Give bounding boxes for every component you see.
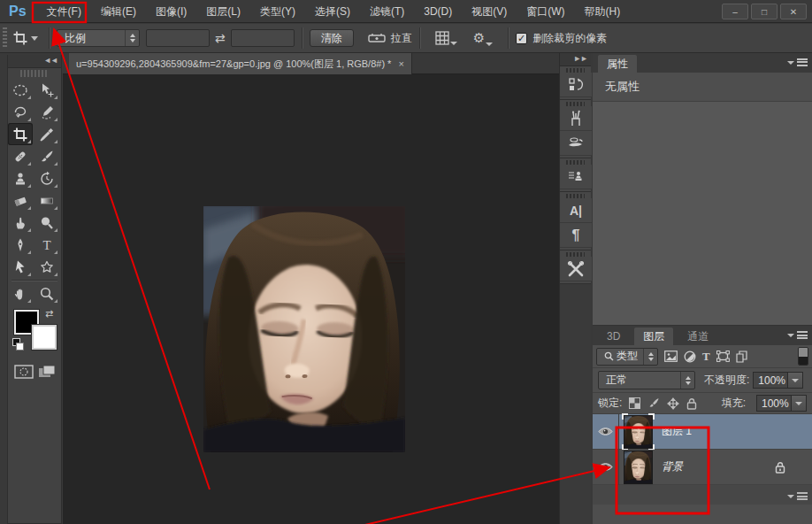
custom-shape-tool-icon[interactable] — [34, 256, 59, 278]
screen-mode-icon[interactable] — [38, 365, 56, 379]
layer1-name[interactable]: 图层 1 — [662, 424, 692, 439]
lock-transparency-icon[interactable] — [629, 397, 640, 409]
tools-panel-grip[interactable] — [20, 70, 49, 77]
swap-colors-icon[interactable]: ⇄ — [45, 308, 53, 320]
eyedropper-tool-icon[interactable] — [34, 123, 59, 145]
history-brush-tool-icon[interactable] — [34, 167, 59, 189]
straighten-label[interactable]: 拉直 — [391, 31, 412, 46]
close-button[interactable]: ✕ — [780, 4, 807, 19]
quick-selection-tool-icon[interactable] — [34, 101, 59, 123]
crop-height-input[interactable] — [231, 29, 295, 47]
history-panel-icon[interactable] — [560, 73, 592, 97]
tab-layers[interactable]: 图层 — [634, 328, 673, 345]
elliptical-marquee-tool-icon[interactable] — [8, 79, 33, 101]
tab-3d[interactable]: 3D — [598, 328, 629, 345]
background-visibility-toggle[interactable] — [593, 450, 619, 485]
delete-cropped-pixels-checkbox[interactable]: ✓ — [516, 33, 527, 44]
background-lock-icon — [775, 461, 785, 474]
tool-presets-panel-icon[interactable] — [560, 257, 592, 281]
canvas-image[interactable] — [203, 206, 405, 452]
menu-help[interactable]: 帮助(H) — [575, 0, 631, 23]
layers-footer-menu-icon[interactable] — [787, 492, 808, 500]
dodge-tool-icon[interactable] — [34, 212, 59, 234]
tools-panel-collapse-icon[interactable]: ◄◄ — [8, 55, 61, 68]
move-tool-icon[interactable] — [34, 79, 59, 101]
character-panel-icon[interactable]: A| — [560, 198, 592, 223]
layer-filter-toggle[interactable] — [798, 347, 808, 366]
menu-edit[interactable]: 编辑(E) — [91, 0, 146, 23]
document-close-icon[interactable]: × — [398, 58, 403, 69]
pen-tool-icon[interactable] — [8, 234, 33, 256]
smudge-tool-icon[interactable] — [8, 212, 33, 234]
blend-mode-select[interactable]: 正常 — [598, 371, 695, 389]
path-selection-tool-icon[interactable] — [8, 256, 33, 278]
menu-file[interactable]: 文件(F) — [37, 0, 91, 23]
brush-tool-icon[interactable] — [34, 145, 59, 167]
layer-row-layer1[interactable]: 图层 1 — [593, 414, 812, 450]
background-thumbnail[interactable] — [624, 450, 653, 485]
crop-tool-icon-active[interactable] — [8, 123, 33, 145]
opacity-dropdown-icon[interactable] — [788, 372, 803, 389]
crop-tool-preset[interactable] — [12, 30, 38, 46]
separator — [11, 280, 57, 281]
fill-dropdown-icon[interactable] — [792, 395, 807, 412]
lock-position-icon[interactable] — [667, 397, 679, 410]
zoom-tool-icon[interactable] — [34, 282, 59, 304]
paragraph-panel-icon[interactable]: ¶ — [560, 223, 592, 248]
lock-all-icon[interactable] — [686, 397, 697, 410]
maximize-button[interactable]: □ — [751, 4, 778, 19]
tab-properties[interactable]: 属性 — [598, 55, 637, 73]
layer1-visibility-toggle[interactable] — [593, 414, 619, 450]
swap-dimensions-icon[interactable]: ⇄ — [215, 31, 226, 45]
dock-collapse-icon[interactable]: ►► — [560, 53, 591, 66]
delete-cropped-pixels-label[interactable]: 删除裁剪的像素 — [532, 31, 607, 46]
crop-width-input[interactable] — [146, 29, 210, 47]
adjustment-layer-filter-icon[interactable] — [684, 351, 696, 363]
options-bar-grip[interactable] — [3, 27, 7, 49]
clone-stamp-tool-icon[interactable] — [8, 167, 33, 189]
document-tab[interactable]: u=954309296,2804365909&fm=27&gp=0.jpg @ … — [69, 53, 412, 74]
clear-button[interactable]: 清除 — [310, 29, 354, 47]
minimize-button[interactable]: – — [722, 4, 748, 19]
pixel-layer-filter-icon[interactable] — [664, 351, 678, 362]
crop-ratio-select[interactable]: 比例 — [57, 29, 140, 47]
straighten-icon[interactable] — [368, 31, 386, 45]
layer-filter-select[interactable]: 类型 — [596, 348, 658, 366]
background-name[interactable]: 背景 — [662, 459, 683, 474]
menu-type[interactable]: 类型(Y) — [250, 0, 305, 23]
menu-select[interactable]: 选择(S) — [305, 0, 360, 23]
brushes-panel-icon[interactable] — [560, 131, 592, 156]
menu-image[interactable]: 图像(I) — [146, 0, 196, 23]
opacity-control[interactable]: 100% — [753, 372, 803, 389]
menu-filter[interactable]: 滤镜(T) — [360, 0, 414, 23]
menu-view[interactable]: 视图(V) — [462, 0, 517, 23]
smart-object-filter-icon[interactable] — [736, 351, 747, 363]
layer-row-background[interactable]: 背景 — [593, 450, 812, 485]
background-color-swatch[interactable] — [32, 325, 57, 350]
type-layer-filter-icon[interactable]: T — [702, 350, 710, 364]
quick-mask-mode-icon[interactable] — [14, 365, 34, 379]
lock-pixels-icon[interactable] — [647, 397, 660, 409]
default-colors-icon[interactable] — [12, 338, 24, 351]
eraser-tool-icon[interactable] — [8, 189, 33, 212]
gradient-tool-icon[interactable] — [34, 189, 59, 212]
menu-3d[interactable]: 3D(D) — [414, 0, 462, 23]
menu-window[interactable]: 窗口(W) — [517, 0, 574, 23]
properties-panel-menu-icon[interactable] — [787, 58, 808, 66]
tab-channels[interactable]: 通道 — [678, 328, 717, 345]
fill-value[interactable]: 100% — [756, 395, 792, 412]
menu-layer[interactable]: 图层(L) — [196, 0, 250, 23]
clone-source-panel-icon[interactable] — [560, 165, 592, 189]
brush-presets-panel-icon[interactable] — [560, 106, 592, 131]
fill-control[interactable]: 100% — [756, 395, 807, 412]
spot-healing-brush-tool-icon[interactable] — [8, 145, 33, 167]
hand-tool-icon[interactable] — [8, 282, 33, 304]
layer1-thumbnail[interactable] — [624, 414, 653, 450]
type-tool-icon[interactable]: T — [34, 234, 59, 256]
shape-layer-filter-icon[interactable] — [716, 351, 730, 362]
opacity-value[interactable]: 100% — [753, 372, 788, 389]
crop-settings-gear-icon[interactable]: ⚙ — [473, 30, 493, 46]
crop-overlay-options-icon[interactable] — [435, 31, 457, 45]
lasso-tool-icon[interactable] — [8, 101, 33, 123]
layers-panel-menu-icon[interactable] — [787, 331, 808, 339]
